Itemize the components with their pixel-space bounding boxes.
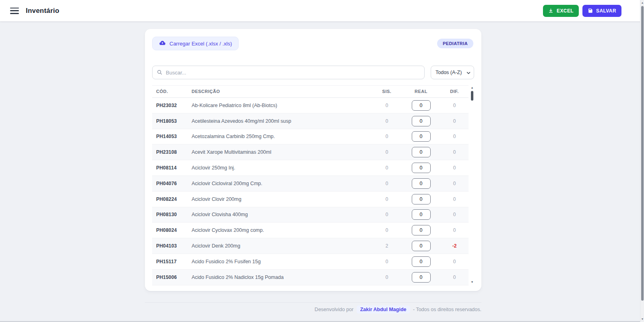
author-link[interactable]: Zakir Abdul Magide [357,305,410,314]
row-code: PH15006 [152,269,188,285]
col-header-real: REAL [402,86,440,98]
table-row: PH04076 Aciclovir Cicloviral 200mg Cmp. … [152,175,469,191]
page-scrollbar-thumb[interactable] [641,6,644,301]
download-icon [548,8,553,13]
real-count-input[interactable] [412,256,431,267]
real-count-input[interactable] [412,178,431,189]
row-description: Acido Fusidico 2% Fusifen 15g [188,254,372,269]
row-description: Aciclovir Denk 200mg [188,238,372,254]
real-count-input[interactable] [412,131,431,142]
row-description: Aciclovir 250mg Inj. [188,160,372,176]
row-dif-value: 0 [440,269,469,285]
real-count-input[interactable] [412,194,431,204]
row-dif-value: 0 [440,144,469,160]
row-sis-value: 0 [372,113,402,129]
row-code: PH08024 [152,223,188,238]
table-row: PH23108 Acevit Xarope Multivitaminas 200… [152,144,469,160]
inventory-card: Carregar Excel (.xlsx / .xls) PEDIATRIA … [145,29,481,291]
row-description: Aciclovir Clovir 200mg [188,191,372,207]
row-dif-value: 0 [440,254,469,269]
menu-icon[interactable] [10,8,19,14]
upload-excel-button[interactable]: Carregar Excel (.xlsx / .xls) [152,37,239,50]
table-row: PH14053 Acetozalamina Carbinib 250mg Cmp… [152,129,469,144]
real-count-input[interactable] [412,116,431,126]
row-code: PH04103 [152,238,188,254]
row-dif-value: -2 [440,238,469,254]
row-sis-value: 0 [372,98,402,114]
save-button[interactable]: SALVAR [582,5,621,17]
page-scroll-down-icon[interactable]: ▼ [640,317,644,321]
row-sis-value: 0 [372,191,402,207]
excel-export-button[interactable]: EXCEL [543,5,579,17]
row-sis-value: 2 [372,238,402,254]
table-row: PH08114 Aciclovir 250mg Inj. 0 0 [152,160,469,176]
real-count-input[interactable] [412,147,431,157]
table-header-row: CÓD. DESCRIÇÃO SIS. REAL DIF. [152,86,469,98]
row-code: PH18053 [152,113,188,129]
row-description: Aciclovir Cyclovax 200mg comp. [188,223,372,238]
table-row: PH08024 Aciclovir Cyclovax 200mg comp. 0… [152,223,469,238]
real-count-input[interactable] [412,100,431,111]
scroll-down-icon[interactable]: ▼ [470,281,474,284]
row-description: Ab-Kolicare Pediatrico 8ml (Ab-Biotcs) [188,98,372,114]
footer-prefix: Desenvolvido por [315,307,354,312]
row-dif-value: 0 [440,160,469,176]
app-header: Inventário EXCEL SALVAR [0,0,644,21]
row-dif-value: 0 [440,129,469,144]
row-code: PH08130 [152,207,188,223]
row-dif-value: 0 [440,113,469,129]
save-icon [588,8,593,13]
col-header-sis: SIS. [372,86,402,98]
real-count-input[interactable] [412,209,431,220]
table-row: PH18053 Acetilesteina Azevedos 40mg/ml 2… [152,113,469,129]
row-code: PH15117 [152,254,188,269]
table-row: PH08224 Aciclovir Clovir 200mg 0 0 [152,191,469,207]
row-description: Acetilesteina Azevedos 40mg/ml 200ml sus… [188,113,372,129]
col-header-description: DESCRIÇÃO [188,86,372,98]
table-row: PH04103 Aciclovir Denk 200mg 2 -2 [152,238,469,254]
page-scrollbar[interactable]: ▲ ▼ [640,0,644,322]
row-dif-value: 0 [440,223,469,238]
row-sis-value: 0 [372,269,402,285]
row-sis-value: 0 [372,254,402,269]
search-input[interactable] [152,66,425,79]
row-dif-value: 0 [440,98,469,114]
row-sis-value: 0 [372,223,402,238]
table-scrollbar[interactable]: ▲ ▼ [470,86,474,284]
table-scrollbar-thumb[interactable] [471,91,473,101]
row-description: Acetozalamina Carbinib 250mg Cmp. [188,129,372,144]
row-code: PH08224 [152,191,188,207]
real-count-input[interactable] [412,163,431,173]
page-scroll-up-icon[interactable]: ▲ [640,1,644,5]
sort-select[interactable]: Todos (A-Z) [431,66,474,79]
category-badge: PEDIATRIA [437,39,473,48]
table-row: PH15117 Acido Fusidico 2% Fusifen 15g 0 … [152,254,469,269]
row-code: PH14053 [152,129,188,144]
table-row: PH23032 Ab-Kolicare Pediatrico 8ml (Ab-B… [152,98,469,114]
row-sis-value: 0 [372,160,402,176]
row-description: Acido Fusidico 2% Nadiclox 15g Pomada [188,269,372,285]
row-code: PH23108 [152,144,188,160]
row-sis-value: 0 [372,129,402,144]
real-count-input[interactable] [412,225,431,235]
scroll-up-icon[interactable]: ▲ [470,86,474,89]
row-dif-value: 0 [440,175,469,191]
row-dif-value: 0 [440,207,469,223]
cloud-upload-icon [159,39,166,47]
real-count-input[interactable] [412,241,431,251]
inventory-table: CÓD. DESCRIÇÃO SIS. REAL DIF. PH23032 Ab… [152,85,474,285]
table-row: PH08130 Aciclovir Clovisha 400mg 0 0 [152,207,469,223]
row-description: Aciclovir Clovisha 400mg [188,207,372,223]
row-code: PH23032 [152,98,188,114]
row-sis-value: 0 [372,207,402,223]
row-code: PH08114 [152,160,188,176]
row-code: PH04076 [152,175,188,191]
row-description: Aciclovir Cicloviral 200mg Cmp. [188,175,372,191]
page-title: Inventário [26,7,59,15]
real-count-input[interactable] [412,272,431,283]
footer-suffix: - Todos os direitos reservados. [413,307,481,312]
row-description: Acevit Xarope Multivitaminas 200ml [188,144,372,160]
inventory-table-body: PH23032 Ab-Kolicare Pediatrico 8ml (Ab-B… [152,98,469,285]
col-header-dif: DIF. [440,86,469,98]
row-dif-value: 0 [440,191,469,207]
